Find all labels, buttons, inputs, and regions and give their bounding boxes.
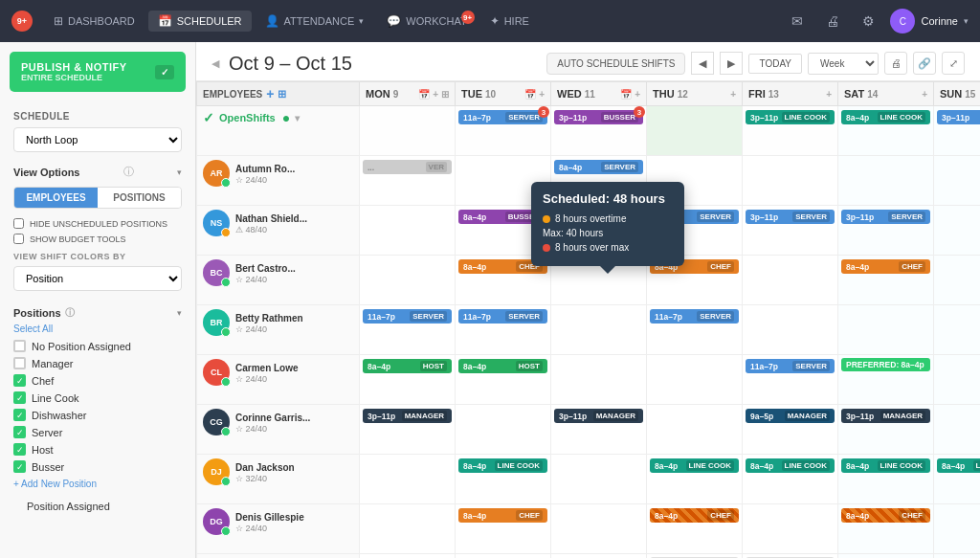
corinne-sun[interactable] <box>934 405 981 455</box>
nathan-mon[interactable] <box>360 206 456 256</box>
corinne-mon[interactable]: 3p–11p MANAGER <box>360 405 456 455</box>
corinne-thu[interactable] <box>647 405 743 455</box>
pos-checkbox-manager[interactable] <box>13 357 26 369</box>
pos-checkbox-busser[interactable]: ✓ <box>13 460 26 473</box>
nav-user[interactable]: C Corinne ▾ <box>890 9 969 33</box>
today-button[interactable]: TODAY <box>748 54 802 74</box>
corinne-sat[interactable]: 3p–11p MANAGER <box>838 405 934 455</box>
shift-block[interactable]: ... VER <box>363 160 452 174</box>
bert-sun[interactable] <box>934 256 981 305</box>
betty-wed[interactable] <box>551 305 647 355</box>
denis-tue[interactable]: 8a–4p CHEF <box>456 504 551 554</box>
shift-block[interactable]: 11a–7p SERVER <box>746 359 835 373</box>
dan-sat[interactable]: 8a–4p LINE COOK <box>838 455 934 504</box>
shift-block[interactable]: 8a–4p HOST <box>363 359 452 373</box>
denis-wed[interactable] <box>551 504 647 554</box>
back-arrow-icon[interactable]: ◀ <box>212 57 219 70</box>
nav-attendance[interactable]: 👤 ATTENDANCE ▾ <box>256 11 374 32</box>
shift-block[interactable]: 8a–4p CHEF <box>841 508 930 523</box>
denis-thu[interactable]: 8a–4p CHEF <box>647 504 743 554</box>
mon-grid-icon[interactable]: ⊞ <box>441 89 449 100</box>
open-shifts-mon[interactable] <box>360 106 456 156</box>
mon-add-icon[interactable]: + <box>433 89 438 100</box>
denis-mon[interactable] <box>360 504 456 554</box>
nav-brand[interactable]: 9+ <box>11 11 33 32</box>
view-options-header[interactable]: View Options ⓘ ▾ <box>0 157 195 187</box>
open-shifts-sun[interactable]: 3p–11p SERVER 2 <box>934 106 981 156</box>
publish-notify-button[interactable]: PUBLISH & NOTIFY ENTIRE SCHEDULE ✓ <box>10 52 186 92</box>
dan-mon[interactable] <box>360 455 456 504</box>
wed-add-icon[interactable]: + <box>635 89 640 100</box>
eddie-sat[interactable] <box>838 554 934 559</box>
wed-calendar-icon[interactable]: 📅 <box>620 89 632 100</box>
auto-schedule-button[interactable]: AUTO SCHEDULE SHIFTS <box>546 53 685 75</box>
shift-block[interactable]: 8a–4p CHEF <box>650 508 739 523</box>
corinne-wed[interactable]: 3p–11p MANAGER <box>551 405 647 455</box>
shift-block[interactable]: 8a–4p LINE COOK <box>458 458 547 473</box>
shift-block[interactable]: 8a–4p CHEF <box>458 508 547 523</box>
thu-add-icon[interactable]: + <box>730 89 736 100</box>
view-select[interactable]: Week <box>808 53 879 75</box>
open-shifts-sat[interactable]: 8a–4p LINE COOK <box>838 106 934 156</box>
dan-tue[interactable]: 8a–4p LINE COOK <box>456 455 551 504</box>
carmen-wed[interactable] <box>551 355 647 405</box>
shift-block-tooltip-target[interactable]: 9a–5p MANAGER <box>746 409 835 423</box>
betty-tue[interactable]: 11a–7p SERVER <box>456 305 551 355</box>
nav-hire[interactable]: ✦ HIRE <box>480 11 539 32</box>
nav-workchat[interactable]: 💬 WORKCHAT 9+ <box>377 11 476 32</box>
shift-block[interactable]: 8a–4p LINE COOK <box>841 110 930 124</box>
shift-block[interactable]: 3p–11p SERVER 2 <box>937 110 980 124</box>
nathan-sat[interactable]: 3p–11p SERVER <box>838 206 934 256</box>
eddie-wed[interactable] <box>551 554 647 559</box>
preferred-block[interactable]: PREFERRED: 8a–4p <box>841 358 930 371</box>
sat-add-icon[interactable]: + <box>922 89 927 100</box>
denis-sat[interactable]: 8a–4p CHEF <box>838 504 934 554</box>
add-position-button[interactable]: + Add New Position <box>13 479 182 489</box>
select-all[interactable]: Select All <box>13 324 182 334</box>
betty-mon[interactable]: 11a–7p SERVER <box>360 305 456 355</box>
shift-block[interactable]: 3p–11p MANAGER <box>841 409 930 423</box>
nav-scheduler[interactable]: 📅 SCHEDULER <box>148 11 252 32</box>
denis-sun[interactable] <box>934 504 981 554</box>
pos-checkbox-chef[interactable]: ✓ <box>13 374 26 387</box>
carmen-thu[interactable] <box>647 355 743 405</box>
print-icon[interactable]: 🖨 <box>818 10 847 33</box>
show-budget-checkbox[interactable] <box>13 234 24 244</box>
autumn-fri[interactable] <box>743 156 838 206</box>
open-shifts-wed[interactable]: 3p–11p BUSSER 3 <box>551 106 647 156</box>
shift-block[interactable]: 3p–11p BUSSER 3 <box>554 110 643 124</box>
shift-block[interactable]: 3p–11p MANAGER <box>554 409 643 423</box>
prev-week-button[interactable]: ◀ <box>691 52 714 75</box>
open-shifts-thu[interactable] <box>647 106 743 156</box>
eddie-sun[interactable]: 8a–4p MANAGER <box>934 554 981 559</box>
carmen-sat[interactable]: PREFERRED: 8a–4p <box>838 355 934 405</box>
fri-add-icon[interactable]: + <box>826 89 832 100</box>
open-shifts-chevron[interactable]: ▾ <box>295 113 300 123</box>
tab-employees[interactable]: EMPLOYEES <box>14 188 98 208</box>
autumn-mon[interactable]: ... VER <box>360 156 456 206</box>
dan-wed[interactable] <box>551 455 647 504</box>
link-icon-button[interactable]: 🔗 <box>913 52 936 75</box>
shift-block[interactable]: 11a–7p SERVER <box>363 309 452 324</box>
corinne-tue[interactable] <box>456 405 551 455</box>
settings-icon[interactable]: ⚙ <box>855 10 882 33</box>
expand-button[interactable]: ⤢ <box>942 52 965 75</box>
autumn-sat[interactable] <box>838 156 934 206</box>
shift-block[interactable]: 8a–4p LINE COOK <box>746 458 835 473</box>
shift-block[interactable]: 11a–7p SERVER <box>458 309 547 324</box>
tue-calendar-icon[interactable]: 📅 <box>524 89 536 100</box>
nathan-sun[interactable] <box>934 206 981 256</box>
bert-sat[interactable]: 8a–4p CHEF <box>838 256 934 305</box>
location-select[interactable]: North Loop <box>13 127 182 152</box>
open-shifts-fri[interactable]: 3p–11p LINE COOK <box>743 106 838 156</box>
shift-block[interactable]: 11a–7p SERVER 3 <box>458 110 547 124</box>
positions-header[interactable]: Positions ⓘ ▾ <box>0 299 195 324</box>
next-week-button[interactable]: ▶ <box>720 52 743 75</box>
corinne-fri[interactable]: 9a–5p MANAGER Scheduled: 48 hours 8 hour… <box>743 405 838 455</box>
hide-unscheduled-checkbox[interactable] <box>13 218 24 229</box>
shift-block[interactable]: 3p–11p SERVER <box>841 210 930 224</box>
bert-fri[interactable] <box>743 256 838 305</box>
betty-thu[interactable]: 11a–7p SERVER <box>647 305 743 355</box>
shift-block[interactable]: 8a–4p LINE COOK <box>937 458 980 473</box>
shift-block[interactable]: 3p–11p LINE COOK <box>746 110 835 124</box>
